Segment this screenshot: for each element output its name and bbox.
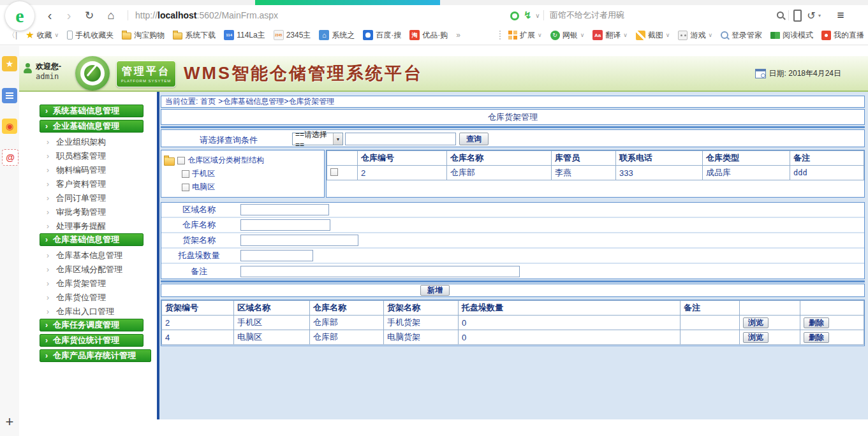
undo-history-icon[interactable]: ↺: [805, 5, 818, 25]
form-row: 托盘垛数量: [161, 249, 864, 264]
query-input[interactable]: [345, 133, 456, 145]
shelf-form-panel: 区域名称 仓库名称 货架名称 托盘垛数量 备注: [161, 202, 865, 279]
warehouse-name-input[interactable]: [240, 219, 330, 231]
sidebar-group-stock-statistics[interactable]: ›仓库产品库存统计管理: [40, 349, 151, 362]
sidebar-item-contract-orders[interactable]: ›合同订单管理: [40, 191, 143, 205]
browse-cell: 浏览: [740, 316, 800, 330]
caret-down-icon[interactable]: ▾: [816, 5, 823, 25]
reader-mode-button[interactable]: 阅读模式: [770, 30, 813, 41]
accelerator-icon[interactable]: [510, 11, 519, 20]
chevron-right-icon: ›: [47, 194, 49, 203]
chevron-right-icon: ›: [45, 122, 48, 131]
mail-at-icon[interactable]: @: [2, 149, 18, 166]
sidebar-group-slot-statistics[interactable]: ›仓库货位统计管理: [40, 334, 143, 347]
bookmark-2345[interactable]: 23452345主: [274, 30, 311, 41]
sidebar-item-warehouse-basic[interactable]: ›仓库基本信息管理: [40, 249, 143, 263]
sidebar-group-task-scheduling[interactable]: ›仓库任务调度管理: [40, 319, 143, 331]
screenshot-button[interactable]: 截图∨: [636, 30, 670, 41]
add-panel-icon[interactable]: +: [2, 414, 17, 430]
bookmark-mobile-favorites[interactable]: 手机收藏夹: [67, 30, 114, 41]
bookmark-favorites[interactable]: ★收藏∨: [26, 29, 59, 41]
bookmark-baidu[interactable]: 百度·搜: [363, 30, 401, 41]
netbank-button[interactable]: ↻网银∨: [550, 30, 585, 41]
search-icon[interactable]: [774, 5, 787, 25]
tree-node-checkbox[interactable]: [182, 184, 189, 191]
area-name-input[interactable]: [240, 204, 329, 215]
browser-logo-icon[interactable]: e: [5, 1, 34, 31]
favorites-star-icon[interactable]: ★: [2, 56, 17, 71]
row-checkbox[interactable]: [330, 168, 338, 176]
sidebar-item-customer-data[interactable]: ›客户资料管理: [40, 177, 143, 191]
cell-note: ddd: [790, 166, 864, 180]
hot-search-suggestion[interactable]: 面馆不给乞讨者用碗: [550, 5, 624, 25]
tree-node-label[interactable]: 手机区: [192, 168, 215, 179]
my-live-button[interactable]: 我的直播: [821, 30, 864, 41]
tree-root[interactable]: 仓库区域分类树型结构: [164, 154, 324, 167]
select-value: ==请选择==: [295, 129, 333, 149]
list-panel-icon[interactable]: [2, 88, 17, 103]
browser-toolbar: e ‹ › ↻ ⌂ http://localhost:5602/MainFrm.…: [0, 5, 868, 26]
gamepad-icon: [678, 31, 688, 40]
speed-bolt-icon[interactable]: ↯: [524, 5, 532, 25]
sidebar-item-task-reminders[interactable]: ›处理事务提醒: [40, 219, 143, 233]
delete-button[interactable]: 删除: [804, 317, 829, 328]
note-input[interactable]: [240, 266, 520, 277]
extensions-button[interactable]: 扩展∨: [508, 30, 542, 41]
sidebar-group-enterprise-info[interactable]: ›企业基础信息管理: [40, 120, 143, 133]
tree-root-checkbox[interactable]: [177, 157, 185, 164]
weibo-icon[interactable]: ◉: [2, 119, 17, 134]
sidebar-group-system-info[interactable]: ›系统基础信息管理: [40, 105, 143, 117]
table-row: 4 电脑区 仓库部 电脑货架 0 浏览 删除: [162, 330, 864, 345]
mobile-sync-icon[interactable]: [791, 5, 804, 25]
sidebar-item-material-codes[interactable]: ›物料编码管理: [40, 163, 143, 177]
tree-root-label[interactable]: 仓库区域分类树型结构: [188, 155, 264, 166]
breadcrumb-home-link[interactable]: 首页: [200, 96, 216, 107]
field-label: 区域名称: [161, 204, 237, 215]
chevron-down-icon: ∨: [708, 32, 712, 38]
search-button[interactable]: 查询: [459, 133, 489, 145]
delete-button[interactable]: 删除: [804, 332, 829, 343]
translate-button[interactable]: Aa翻译∨: [592, 30, 628, 41]
sidebar-item-warehouse-gates[interactable]: ›仓库出入口管理: [40, 305, 143, 319]
sidebar-item-warehouse-shelf[interactable]: ›仓库货架管理: [40, 277, 143, 291]
column-header: 仓库编号: [358, 151, 447, 166]
pallet-qty-input[interactable]: [240, 250, 313, 261]
tree-node-phone-area[interactable]: 手机区: [164, 167, 324, 180]
tree-node-label[interactable]: 电脑区: [192, 182, 215, 193]
login-keeper-button[interactable]: 登录管家: [721, 30, 762, 41]
forward-icon[interactable]: ›: [61, 5, 77, 25]
bookmarks-collapse-icon[interactable]: 〈|: [8, 30, 17, 41]
shelf-name-input[interactable]: [240, 235, 358, 246]
query-condition-select[interactable]: ==请选择== ▼: [292, 133, 343, 145]
chevron-right-icon: ›: [45, 235, 48, 244]
sidebar-group-warehouse-info[interactable]: ›仓库基础信息管理: [40, 233, 143, 246]
menu-icon[interactable]: ≡: [833, 5, 848, 25]
bookmark-youpin[interactable]: 淘优品·购: [409, 30, 448, 41]
bookmarks-overflow-icon[interactable]: »: [456, 31, 460, 40]
date-text: 日期: 2018年4月24日: [769, 68, 841, 79]
refresh-icon[interactable]: ↻: [82, 5, 97, 25]
delete-cell: 删除: [800, 316, 864, 330]
chevron-down-icon[interactable]: ∨: [533, 5, 542, 25]
sidebar-item-approval-attendance[interactable]: ›审批考勤管理: [40, 205, 143, 219]
folder-icon: [173, 33, 182, 40]
sidebar-item-warehouse-area[interactable]: ›仓库区域分配管理: [40, 263, 143, 277]
home-icon[interactable]: ⌂: [103, 5, 119, 25]
address-bar[interactable]: http://localhost:5602/MainFrm.aspx: [135, 5, 278, 25]
page-load-progress-track: [0, 0, 868, 5]
games-button[interactable]: 游戏∨: [678, 30, 712, 41]
sidebar-item-org-structure[interactable]: ›企业组织架构: [40, 135, 143, 149]
browse-button[interactable]: 浏览: [743, 332, 769, 343]
bookmark-downloads[interactable]: 系统下载: [173, 30, 216, 41]
tree-node-computer-area[interactable]: 电脑区: [164, 180, 324, 194]
bookmark-114la[interactable]: 114114La主: [224, 30, 265, 41]
sidebar-item-warehouse-slot[interactable]: ›仓库货位管理: [40, 291, 143, 305]
bookmark-taobao[interactable]: 淘宝购物: [122, 30, 165, 41]
add-button[interactable]: 新增: [420, 285, 450, 296]
back-icon[interactable]: ‹: [42, 5, 57, 25]
tree-node-checkbox[interactable]: [182, 170, 189, 178]
sidebar-item-staff-files[interactable]: ›职员档案管理: [40, 149, 143, 163]
toolbar-divider: [543, 10, 544, 20]
browse-button[interactable]: 浏览: [743, 317, 769, 328]
bookmark-xitongzhi[interactable]: ⌂系统之: [319, 30, 355, 41]
